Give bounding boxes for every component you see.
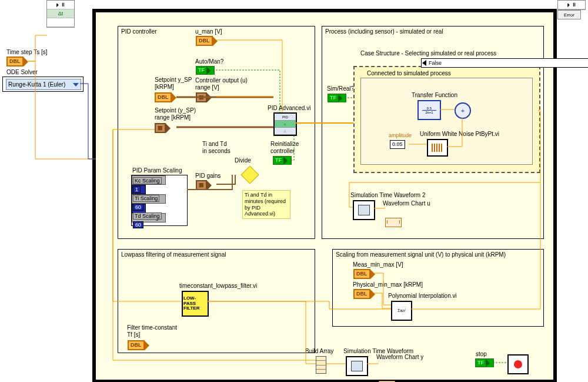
- process-title: Process (including sensor) - simulated o…: [325, 28, 443, 35]
- transfer-fn-label: Transfer Function: [412, 92, 457, 99]
- pid-gains-terminal[interactable]: ▦: [196, 180, 212, 190]
- setpoint-terminal[interactable]: DBL: [155, 92, 176, 102]
- case-selector[interactable]: False: [421, 58, 588, 68]
- pid-advanced-label: PID Advanced.vi: [268, 105, 310, 112]
- ti-td-minutes-tip: Ti and Td in minutes (required by PID Ad…: [242, 190, 290, 219]
- sim-real-label: Sim/Real?: [327, 85, 354, 92]
- u-man-dbl-terminal[interactable]: DBL: [196, 36, 218, 46]
- setpoint-range-label: Setpoint (y_SP) range [kRPM]: [155, 107, 196, 121]
- stop-tf-terminal[interactable]: TF: [475, 358, 494, 367]
- waveform-y-label: Waveform Chart y: [376, 354, 423, 361]
- lowpass-vi[interactable]: LOW-PASSFILTER: [182, 291, 209, 317]
- right-tool-palette: ⏵⏸: [557, 0, 586, 10]
- kc-scaling-label: Kc Scaling: [133, 177, 162, 185]
- build-array-node[interactable]: [316, 356, 326, 374]
- setpoint-label: Setpoint y_SP [kRPM]: [155, 77, 192, 90]
- time-step-dbl-terminal[interactable]: DBL: [6, 57, 28, 67]
- waveform-u-indicator[interactable]: [385, 218, 402, 227]
- error-indicator: Error: [557, 10, 581, 19]
- lowpass-vi-label: timeconstant_lowpass_filter.vi: [179, 283, 257, 290]
- ode-solver-selector[interactable]: Runge-Kutta 1 (Euler): [6, 79, 81, 90]
- reinit-tf-terminal[interactable]: TF: [273, 156, 292, 165]
- controller-output-terminal[interactable]: ▦: [196, 92, 212, 102]
- pid-param-scaling-title: PID Param Scaling: [132, 167, 182, 174]
- sim-waveform-vi[interactable]: [346, 356, 368, 376]
- arrow-left-icon[interactable]: [422, 60, 426, 66]
- sim-waveform2-label: Simulation Time Waveform 2: [350, 192, 425, 199]
- palette-run-icon: ⏵⏸: [558, 1, 585, 9]
- chevron-down-icon: [73, 83, 79, 87]
- waveform-u-label: Waveform Chart u: [383, 200, 430, 207]
- sim-real-terminal[interactable]: TF: [328, 94, 346, 102]
- sum-junction-icon[interactable]: +: [455, 102, 471, 119]
- kc-scaling-value[interactable]: 1: [133, 185, 141, 194]
- ode-solver-label: ODE Solver: [6, 69, 38, 76]
- xfer-denominator: 2s+1: [425, 111, 433, 114]
- controller-output-label: Controller output (u) range [V]: [195, 77, 248, 91]
- palette-run-icon: ⏵⏸: [47, 1, 74, 9]
- palette-blank: [47, 18, 74, 27]
- time-step-label: Time step Ts [s]: [6, 49, 47, 56]
- pid-advanced-vi[interactable]: PID⎍⎍: [273, 112, 297, 136]
- phys-label: Physical_min_max [kRPM]: [353, 281, 423, 288]
- stop-label: stop: [476, 351, 487, 358]
- reinit-label: Reinitialize controller: [270, 141, 299, 154]
- build-array-label: Build Array: [305, 348, 333, 355]
- poly-interpolation-vi[interactable]: Σaᵢxⁱ: [391, 301, 412, 321]
- divide-label: Divide: [235, 157, 251, 164]
- auto-man-tf-terminal[interactable]: TF: [196, 66, 215, 75]
- ti-scaling-value[interactable]: 60: [133, 203, 143, 211]
- pid-title: PID controller: [121, 28, 157, 35]
- stop-icon: [514, 360, 522, 368]
- pid-gains-label: PID gains: [195, 172, 220, 180]
- auto-man-label: Auto/Man?: [195, 58, 223, 65]
- left-tool-palette: ⏵⏸ Δt: [46, 0, 75, 28]
- case-selector-value: False: [429, 60, 442, 66]
- dt-indicator: Δt: [47, 9, 74, 18]
- u-man-label: u_man [V]: [195, 28, 222, 35]
- ode-solver-value: Runge-Kutta 1 (Euler): [8, 81, 65, 88]
- noise-vi-label: Uniform White Noise PtByPt.vi: [420, 131, 499, 138]
- phys-terminal[interactable]: DBL: [353, 289, 375, 299]
- stop-button[interactable]: [507, 354, 529, 374]
- setpoint-range-terminal[interactable]: ▦: [155, 123, 171, 133]
- case-title: Case Structure - Selecting simulated or …: [360, 50, 496, 57]
- noise-vi[interactable]: [427, 139, 448, 157]
- meas-label: Meas_min_max [V]: [353, 261, 403, 268]
- filter-tc-label: Filter time-constant Tf [s]: [127, 324, 177, 338]
- meas-terminal[interactable]: DBL: [353, 269, 375, 279]
- poly-label: Polynomial Interpolation.vi: [388, 293, 457, 300]
- transfer-fn-block[interactable]: 0.5 2s+1: [417, 100, 441, 120]
- ti-td-seconds-label: Ti and Td in seconds: [202, 141, 230, 154]
- ti-scaling-label: Ti Scaling: [133, 194, 159, 202]
- sim-waveform2-vi[interactable]: [353, 200, 375, 220]
- td-scaling-label: Td Scaling: [133, 212, 162, 220]
- amplitude-label: amplitude: [389, 132, 412, 138]
- filter-tc-terminal[interactable]: DBL: [128, 340, 149, 350]
- amplitude-value[interactable]: 0.05: [390, 140, 405, 149]
- connected-label: Connected to simulated process: [367, 70, 451, 77]
- scaling-title: Scaling from measurement signal unit (V)…: [336, 251, 506, 258]
- td-scaling-value[interactable]: 60: [133, 221, 143, 229]
- lowpass-title: Lowpass filtering of measurement signal: [121, 251, 226, 258]
